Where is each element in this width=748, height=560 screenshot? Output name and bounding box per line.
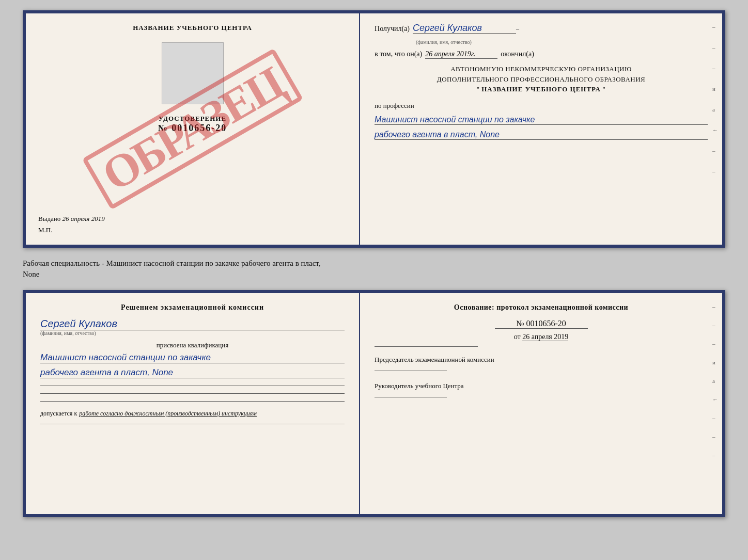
cert-label: УДОСТОВЕРЕНИЕ [158,115,227,123]
underline-3 [40,401,345,402]
org-name: НАЗВАНИЕ УЧЕБНОГО ЦЕНТРА [481,85,601,93]
underline-4 [40,424,345,424]
profession-label: по профессии [375,102,708,110]
recipient-name: Сергей Кулаков [413,23,516,34]
person-name-block: Сергей Кулаков (фамилия, имя, отчество) [40,318,345,336]
bottom-document: Решением экзаменационной комиссии Сергей… [23,290,725,517]
date-suffix: окончил(а) [501,50,534,58]
top-left-panel: НАЗВАНИЕ УЧЕБНОГО ЦЕНТРА УДОСТОВЕРЕНИЕ №… [26,13,360,245]
recipient-dash: – [516,25,519,33]
description-line2: None [23,270,40,278]
right-edge-marks-bottom: – – – и а ← – – – [712,303,718,458]
profession-value-1: Машинист насосной станции по закачке [375,115,708,125]
qualification-value-2: рабочего агента в пласт, None [40,367,345,378]
underline-2 [40,393,345,394]
date-underline [375,346,478,347]
protocol-number: № 0010656-20 [495,319,588,329]
recipient-sub: (фамилия, имя, отчество) [416,39,708,45]
date-line: в том, что он(а) 26 апреля 2019г. окончи… [375,50,708,59]
recipient-line: Получил(а) Сергей Кулаков – [375,23,708,34]
protocol-date: от 26 апреля 2019 [375,333,708,341]
chairman-sig-line [375,371,447,371]
qualification-value-1: Машинист насосной станции по закачке [40,353,345,363]
org-line2: ДОПОЛНИТЕЛЬНОГО ПРОФЕССИОНАЛЬНОГО ОБРАЗО… [375,74,708,85]
issued-line: Выдано 26 апреля 2019 [38,215,105,223]
cert-id-block: УДОСТОВЕРЕНИЕ № 0010656-20 [158,115,227,134]
date-prefix: в том, что он(а) [375,50,422,58]
person-name-cursive: Сергей Кулаков [40,318,345,330]
protocol-date-val: 26 апреля 2019 [522,333,568,341]
org-name-line: " НАЗВАНИЕ УЧЕБНОГО ЦЕНТРА " [375,84,708,94]
description-line1: Рабочая специальность - Машинист насосно… [23,259,321,267]
admission-text: допускается к работе согласно должностны… [40,410,345,418]
recipient-prefix: Получил(а) [375,25,410,33]
top-right-panel: Получил(а) Сергей Кулаков – (фамилия, им… [360,13,722,245]
cert-number: № 0010656-20 [158,123,227,134]
commission-title: Решением экзаменационной комиссии [40,303,345,312]
mp-label: М.П. [38,226,52,234]
description-text: Рабочая специальность - Машинист насосно… [23,256,725,282]
right-edge-marks: – – – и а ← – – [712,24,718,174]
qualification-label: присвоена квалификация [40,341,345,349]
issued-date: 26 апреля 2019 [63,215,105,222]
director-sig-line [375,397,447,397]
director-label: Руководитель учебного Центра [375,381,708,391]
org-quote1: " [477,85,480,93]
name-sub: (фамилия, имя, отчество) [40,330,345,336]
bottom-right-panel: Основание: протокол экзаменационной коми… [360,293,722,514]
date-value: 26 апреля 2019г. [425,50,497,59]
org-line1: АВТОНОМНУЮ НЕКОММЕРЧЕСКУЮ ОРГАНИЗАЦИЮ [375,64,708,74]
top-left-title: НАЗВАНИЕ УЧЕБНОГО ЦЕНТРА [133,24,252,32]
org-block: АВТОНОМНУЮ НЕКОММЕРЧЕСКУЮ ОРГАНИЗАЦИЮ ДО… [375,64,708,94]
chairman-label: Председатель экзаменационной комиссии [375,355,708,364]
issued-label: Выдано [38,215,60,222]
admission-prefix: допускается к [40,410,77,418]
top-document: НАЗВАНИЕ УЧЕБНОГО ЦЕНТРА УДОСТОВЕРЕНИЕ №… [23,10,725,248]
org-quote2: " [603,85,606,93]
stamp-placeholder [162,42,224,104]
underline-1 [40,386,345,386]
basis-title: Основание: протокол экзаменационной коми… [375,303,708,312]
admission-italic: работе согласно должностным (производств… [79,410,257,418]
profession-value-2: рабочего агента в пласт, None [375,130,708,140]
bottom-left-panel: Решением экзаменационной комиссии Сергей… [26,293,360,514]
date-prefix-bot: от [514,333,521,341]
